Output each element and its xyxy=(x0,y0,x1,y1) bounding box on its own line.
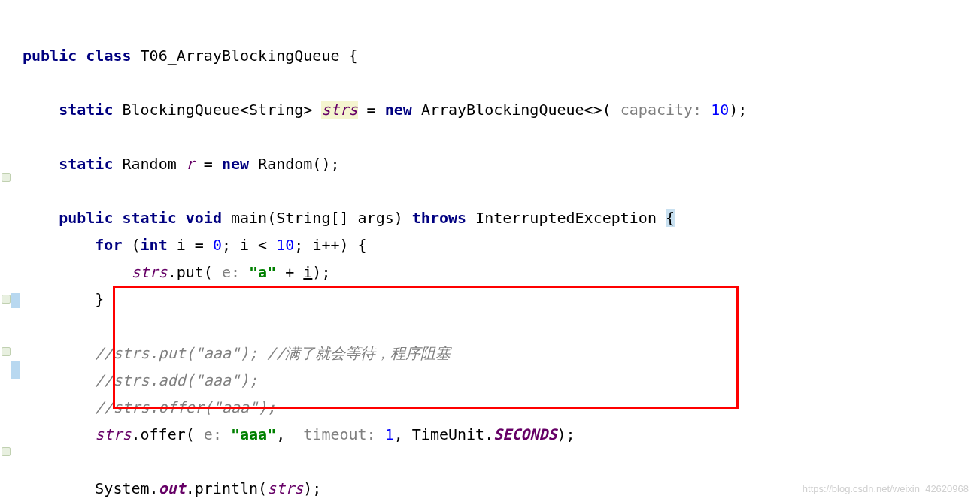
system: System. xyxy=(95,479,158,497)
code-line: public static void main(String[] args) t… xyxy=(23,209,675,227)
method-call: .put( xyxy=(168,263,213,281)
comment: //strs.put("aaa"); //满了就会等待，程序阻塞 xyxy=(95,344,451,362)
code-line: static Random r = new Random(); xyxy=(23,155,340,173)
close-paren: ); xyxy=(557,425,575,443)
keyword-public: public xyxy=(23,47,77,65)
keyword-new: new xyxy=(385,101,412,119)
code-line: strs.put( e: "a" + i); xyxy=(23,263,330,281)
param-hint-e: e: xyxy=(213,263,249,281)
method-main: main(String[] args) xyxy=(231,209,403,227)
number-literal: 0 xyxy=(213,236,222,254)
editor-gutter xyxy=(0,0,21,502)
keyword-new: new xyxy=(222,155,249,173)
class-name: T06_ArrayBlockingQueue xyxy=(141,47,340,65)
condition: ; i < xyxy=(222,236,267,254)
increment: ; i++) { xyxy=(294,236,366,254)
code-line: //strs.add("aaa"); xyxy=(23,371,258,389)
keyword-static: static xyxy=(59,155,113,173)
comment: //strs.offer("aaa"); xyxy=(95,398,276,416)
keyword-throws: throws xyxy=(412,209,466,227)
method-println: .println( xyxy=(186,479,267,497)
keyword-class: class xyxy=(86,47,131,65)
param-hint-e: e: xyxy=(195,425,231,443)
gutter-highlight xyxy=(11,361,20,379)
comma: , xyxy=(276,425,294,443)
code-line: //strs.offer("aaa"); xyxy=(23,398,276,416)
gutter-highlight xyxy=(11,293,20,308)
keyword-static: static xyxy=(122,209,176,227)
code-line: for (int i = 0; i < 10; i++) { xyxy=(23,236,367,254)
number-literal: 10 xyxy=(276,236,294,254)
code-editor[interactable]: public class T06_ArrayBlockingQueue { st… xyxy=(23,15,980,502)
string-literal: "aaa" xyxy=(231,425,276,443)
comment: //strs.add("aaa"); xyxy=(95,371,258,389)
keyword-public: public xyxy=(59,209,113,227)
watermark-text: https://blog.csdn.net/weixin_42620968 xyxy=(803,483,969,494)
comma-timeunit: , TimeUnit. xyxy=(394,425,493,443)
param-hint-timeout: timeout: xyxy=(294,425,384,443)
constructor: ArrayBlockingQueue<>( xyxy=(421,101,611,119)
keyword-for: for xyxy=(95,236,122,254)
constructor: Random(); xyxy=(258,155,339,173)
code-line: //strs.put("aaa"); //满了就会等待，程序阻塞 xyxy=(23,344,451,362)
string-literal: "a" xyxy=(249,263,276,281)
field-strs: strs xyxy=(95,425,131,443)
brace-close: } xyxy=(95,290,104,308)
equals: = xyxy=(204,155,213,173)
fold-marker[interactable] xyxy=(2,295,11,304)
enum-seconds: SECONDS xyxy=(493,425,557,443)
fold-marker[interactable] xyxy=(2,347,11,356)
code-line: } xyxy=(23,290,104,308)
field-r: r xyxy=(186,155,195,173)
close-paren: ); xyxy=(729,101,747,119)
number-literal: 10 xyxy=(711,101,729,119)
number-literal: 1 xyxy=(385,425,394,443)
type: BlockingQueue<String> xyxy=(122,101,312,119)
code-line: strs.offer( e: "aaa", timeout: 1, TimeUn… xyxy=(23,425,575,443)
brace-open-highlighted: { xyxy=(666,209,675,227)
paren-open: ( xyxy=(132,236,141,254)
exception-type: InterruptedException xyxy=(475,209,657,227)
plus-op: + xyxy=(276,263,303,281)
method-call: .offer( xyxy=(132,425,195,443)
fold-marker[interactable] xyxy=(2,447,11,456)
code-line: public class T06_ArrayBlockingQueue { xyxy=(23,47,358,65)
close-paren: ); xyxy=(312,263,330,281)
var-i: i xyxy=(303,263,312,281)
close-paren: ); xyxy=(303,479,321,497)
type: Random xyxy=(122,155,176,173)
keyword-void: void xyxy=(186,209,222,227)
keyword-int: int xyxy=(141,236,168,254)
code-line: System.out.println(strs); xyxy=(23,479,321,497)
fold-marker[interactable] xyxy=(2,173,11,182)
field-out: out xyxy=(159,479,186,497)
code-line: static BlockingQueue<String> strs = new … xyxy=(23,101,747,119)
field-strs: strs xyxy=(267,479,303,497)
param-hint-capacity: capacity: xyxy=(611,101,711,119)
brace-open: { xyxy=(349,47,358,65)
init: i = xyxy=(177,236,204,254)
field-strs: strs xyxy=(321,101,357,119)
keyword-static: static xyxy=(59,101,113,119)
equals: = xyxy=(367,101,376,119)
field-strs: strs xyxy=(132,263,168,281)
